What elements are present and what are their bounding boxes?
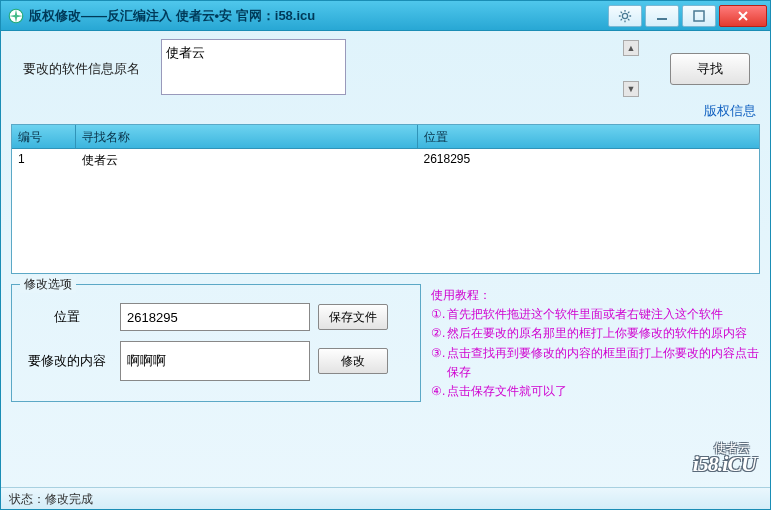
content-input[interactable] [120, 341, 310, 381]
tutorial-step-1: ①. 首先把软件拖进这个软件里面或者右键注入这个软件 [431, 305, 760, 324]
close-button[interactable] [719, 5, 767, 27]
original-name-wrap: 使者云 ▲ ▼ [161, 39, 640, 98]
titlebar: 版权修改——反汇编注入 使者云•安 官网：i58.icu [1, 1, 770, 31]
window-title: 版权修改——反汇编注入 使者云•安 官网：i58.icu [29, 7, 315, 25]
svg-rect-2 [657, 18, 667, 20]
tutorial-title: 使用教程： [431, 286, 760, 305]
cell-name: 使者云 [76, 149, 418, 171]
step-num: ②. [431, 324, 445, 343]
content-label: 要修改的内容 [22, 352, 112, 370]
step-num: ③. [431, 344, 445, 382]
svg-point-1 [622, 13, 627, 18]
save-file-button[interactable]: 保存文件 [318, 304, 388, 330]
content-area: 要改的软件信息原名 使者云 ▲ ▼ 寻找 版权信息 编号 寻找名称 位置 [1, 31, 770, 402]
step-text: 点击查找再到要修改的内容的框里面打上你要改的内容点击保存 [447, 344, 760, 382]
col-id[interactable]: 编号 [12, 125, 76, 148]
status-label: 状态： [9, 492, 45, 506]
step-num: ④. [431, 382, 445, 401]
step-text: 点击保存文件就可以了 [447, 382, 567, 401]
gear-icon [618, 9, 632, 23]
close-icon [737, 10, 749, 22]
cell-position: 2618295 [418, 149, 760, 171]
tutorial-step-3: ③. 点击查找再到要修改的内容的框里面打上你要改的内容点击保存 [431, 344, 760, 382]
maximize-button[interactable] [682, 5, 716, 27]
tutorial-step-4: ④. 点击保存文件就可以了 [431, 382, 760, 401]
status-value: 修改完成 [45, 492, 93, 506]
cell-id: 1 [12, 149, 76, 171]
table-row[interactable]: 1 使者云 2618295 [12, 149, 759, 171]
table-body: 1 使者云 2618295 [12, 149, 759, 171]
settings-button[interactable] [608, 5, 642, 27]
statusbar: 状态：修改完成 [1, 487, 770, 509]
edit-options-group: 修改选项 位置 保存文件 要修改的内容 修改 [11, 284, 421, 402]
results-table: 编号 寻找名称 位置 1 使者云 2618295 [11, 124, 760, 274]
search-row: 要改的软件信息原名 使者云 ▲ ▼ 寻找 [11, 39, 760, 98]
minimize-icon [656, 10, 668, 22]
position-row: 位置 保存文件 [22, 303, 410, 331]
step-num: ①. [431, 305, 445, 324]
original-name-label: 要改的软件信息原名 [11, 60, 151, 78]
app-icon [7, 7, 25, 25]
minimize-button[interactable] [645, 5, 679, 27]
position-label: 位置 [22, 308, 112, 326]
svg-rect-3 [694, 11, 704, 21]
col-name[interactable]: 寻找名称 [76, 125, 418, 148]
chevron-up-icon: ▲ [627, 43, 636, 53]
find-button[interactable]: 寻找 [670, 53, 750, 85]
watermark-text-small: 使者云 [714, 440, 750, 457]
window-controls [608, 5, 770, 27]
watermark-text: i58.iCU [693, 451, 756, 477]
tutorial-panel: 使用教程： ①. 首先把软件拖进这个软件里面或者右键注入这个软件 ②. 然后在要… [431, 284, 760, 402]
original-name-input[interactable]: 使者云 [161, 39, 346, 95]
app-window: 版权修改——反汇编注入 使者云•安 官网：i58.icu 要改的软件信息原名 使… [0, 0, 771, 510]
tutorial-step-2: ②. 然后在要改的原名那里的框打上你要修改的软件的原内容 [431, 324, 760, 343]
bottom-row: 修改选项 位置 保存文件 要修改的内容 修改 使用教程： ①. 首先把软件拖进这… [11, 284, 760, 402]
scroll-up-button[interactable]: ▲ [623, 40, 639, 56]
edit-group-title: 修改选项 [20, 276, 76, 293]
chevron-down-icon: ▼ [627, 84, 636, 94]
col-position[interactable]: 位置 [418, 125, 759, 148]
modify-button[interactable]: 修改 [318, 348, 388, 374]
copyright-link[interactable]: 版权信息 [11, 102, 756, 120]
scroll-down-button[interactable]: ▼ [623, 81, 639, 97]
table-header: 编号 寻找名称 位置 [12, 125, 759, 149]
maximize-icon [693, 10, 705, 22]
step-text: 然后在要改的原名那里的框打上你要修改的软件的原内容 [447, 324, 747, 343]
content-row: 要修改的内容 修改 [22, 341, 410, 381]
step-text: 首先把软件拖进这个软件里面或者右键注入这个软件 [447, 305, 723, 324]
position-input[interactable] [120, 303, 310, 331]
